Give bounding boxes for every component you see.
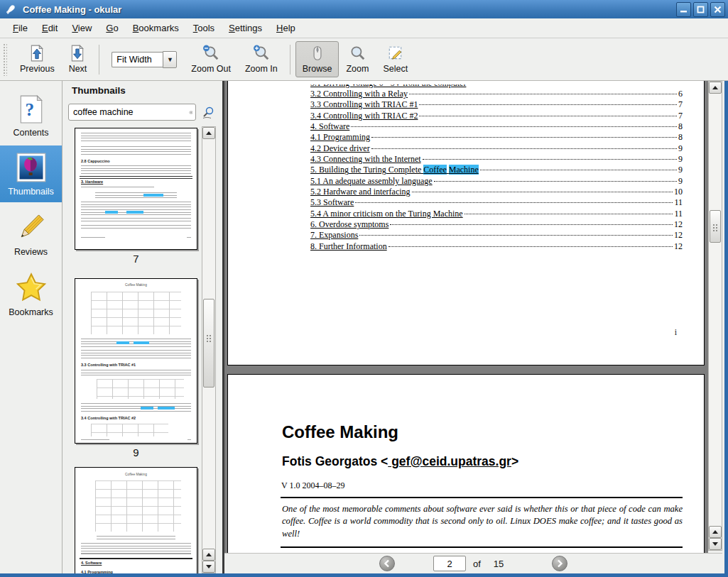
toc-row[interactable]: 5.3 Software11 xyxy=(310,197,683,208)
scroll-up-button[interactable] xyxy=(202,549,215,561)
search-highlight-chip xyxy=(105,211,118,214)
thumb-text-lines xyxy=(81,218,191,223)
toc-row[interactable]: 3.3 Controlling with TRIAC #17 xyxy=(310,99,683,110)
next-button[interactable]: Next xyxy=(62,41,94,77)
scroll-up-button[interactable] xyxy=(202,127,215,139)
toc-row[interactable]: 4. Software8 xyxy=(310,121,683,132)
menu-item-file[interactable]: File xyxy=(6,20,35,36)
zoom-tool-label: Zoom xyxy=(346,64,369,74)
minimize-button[interactable] xyxy=(676,2,691,17)
scrollbar-thumb[interactable] xyxy=(203,299,214,388)
zoom-out-button[interactable]: Zoom Out xyxy=(184,41,238,77)
thumbnail-page-7[interactable]: 2.8 Cappuccino 3. Hardware xyxy=(75,128,197,250)
menu-item-edit[interactable]: Edit xyxy=(35,20,65,36)
thumb-text-lines xyxy=(81,146,191,155)
toc-page-number: 10 xyxy=(674,187,683,197)
toc-row[interactable]: 5. Building the Turing Complete Coffee M… xyxy=(310,165,683,175)
next-page-nav-button[interactable] xyxy=(552,556,567,571)
close-button[interactable] xyxy=(710,2,725,17)
horizontal-rule xyxy=(281,497,683,498)
window-title: Coffee Making - okular xyxy=(23,4,121,15)
thumbnail-page-9[interactable]: Coffee Making 3.3 Controlling with TRIAC… xyxy=(75,278,197,444)
scroll-up-button[interactable] xyxy=(709,526,722,538)
contents-icon: ? xyxy=(18,94,45,124)
thumbnail-search-input[interactable] xyxy=(69,106,189,118)
zoom-mode-combobox[interactable]: Fit Width ▼ xyxy=(112,51,177,68)
sidebar-item-bookmarks[interactable]: Bookmarks xyxy=(0,265,62,323)
toc-label: 7. Expansions xyxy=(310,230,358,241)
toc-row[interactable]: 8. Further Information12 xyxy=(310,241,683,252)
dot-leader xyxy=(355,202,673,203)
menu-item-settings[interactable]: Settings xyxy=(222,20,269,36)
zoom-tool-button[interactable]: Zoom xyxy=(339,41,376,77)
clear-search-icon[interactable] xyxy=(189,108,192,117)
sidebar-label-thumbnails: Thumbnails xyxy=(8,187,54,197)
toc-row[interactable]: 4.1 Programming8 xyxy=(310,132,683,143)
scroll-down-button[interactable] xyxy=(709,538,722,550)
document-view[interactable]: 3.1 Driving voltage 0 - 5V from the comp… xyxy=(224,81,708,553)
menu-item-view[interactable]: View xyxy=(65,20,99,36)
menu-item-tools[interactable]: Tools xyxy=(186,20,222,36)
toc-label: 8. Further Information xyxy=(310,241,387,252)
titlebar[interactable]: Coffee Making - okular xyxy=(0,0,728,18)
thumbnail-search-box[interactable] xyxy=(68,104,196,121)
maximize-button[interactable] xyxy=(693,2,708,17)
thumbnail-scrollbar[interactable] xyxy=(202,126,216,573)
document-scrollbar[interactable] xyxy=(708,81,722,551)
sidebar-label-reviews: Reviews xyxy=(14,247,48,257)
minimize-icon xyxy=(680,6,688,13)
thumb-text-lines xyxy=(81,439,109,441)
chevron-right-icon xyxy=(555,559,564,568)
chevron-down-icon[interactable]: ▼ xyxy=(163,51,177,68)
close-icon xyxy=(714,6,722,13)
scrollbar-thumb[interactable] xyxy=(710,210,721,243)
toc-page-number: 9 xyxy=(678,154,683,165)
toc-row[interactable]: 5.1 An adequate assembly language9 xyxy=(310,176,683,187)
thumbnail-page-next[interactable]: Coffee Making 4. Software 4.1 Programmin… xyxy=(75,467,197,573)
toc-row[interactable]: 7. Expansions12 xyxy=(310,230,683,241)
toc-row[interactable]: 3.4 Controlling with TRIAC #27 xyxy=(310,111,683,121)
thumb-heading: 3. Hardware xyxy=(81,180,103,184)
dot-leader xyxy=(351,126,677,127)
author-email-link[interactable]: gef@ceid.upatras.gr xyxy=(388,454,511,468)
menu-item-help[interactable]: Help xyxy=(269,20,303,36)
thumbnail-caption: 7 xyxy=(75,253,197,265)
toc-row[interactable]: 5.2 Hardware and interfacing10 xyxy=(310,187,683,197)
thumb-heading: 3.4 Controlling with TRIAC #2 xyxy=(81,416,136,420)
thumb-heading: 3.3 Controlling with TRIAC #1 xyxy=(81,363,136,367)
sidebar-item-thumbnails[interactable]: Thumbnails xyxy=(0,145,62,202)
previous-button[interactable]: Previous xyxy=(13,41,62,77)
current-page-input[interactable] xyxy=(433,556,466,571)
dot-leader xyxy=(371,148,677,149)
sidebar-item-reviews[interactable]: Reviews xyxy=(0,204,62,263)
zoom-in-button[interactable]: Zoom In xyxy=(238,41,285,77)
previous-label: Previous xyxy=(20,64,55,74)
sidebar-item-contents[interactable]: ? Contents xyxy=(0,88,62,143)
browse-tool-button[interactable]: Browse xyxy=(295,41,339,77)
toc-row[interactable]: 5.4 A minor criticism on the Turing Mach… xyxy=(310,209,683,219)
toc-row[interactable]: 3.2 Controlling with a Relay6 xyxy=(310,89,683,99)
toc-row[interactable]: 4.3 Connecting with the Internet9 xyxy=(310,154,683,165)
toc-label: 5.2 Hardware and interfacing xyxy=(310,187,411,197)
thumb-header: Coffee Making xyxy=(125,283,147,287)
horizontal-rule xyxy=(281,546,683,548)
thumb-rule xyxy=(80,558,192,559)
document-page-2: Coffee Making Fotis Georgatos < gef@ceid… xyxy=(227,374,705,553)
previous-page-nav-button[interactable] xyxy=(379,556,395,571)
menu-item-bookmarks[interactable]: Bookmarks xyxy=(126,20,186,36)
menu-item-go[interactable]: Go xyxy=(99,20,125,36)
previous-page-icon xyxy=(28,45,45,62)
scroll-up-button[interactable] xyxy=(709,82,722,94)
dot-leader xyxy=(412,192,673,192)
menubar: FileEditViewGoBookmarksToolsSettingsHelp xyxy=(0,18,728,38)
toolbar-drag-handle[interactable] xyxy=(3,43,7,76)
zoom-mode-value: Fit Width xyxy=(112,52,163,67)
scroll-down-button[interactable] xyxy=(202,561,215,573)
select-tool-button[interactable]: Select xyxy=(376,41,415,77)
next-page-icon xyxy=(69,45,86,62)
filter-options-button[interactable] xyxy=(200,105,216,121)
toc-row[interactable]: 6. Overdose symptoms12 xyxy=(310,219,683,230)
toc-label: 4.1 Programming xyxy=(310,132,370,143)
thumb-text-lines xyxy=(188,439,191,441)
toc-row[interactable]: 4.2 Device driver9 xyxy=(310,143,683,154)
